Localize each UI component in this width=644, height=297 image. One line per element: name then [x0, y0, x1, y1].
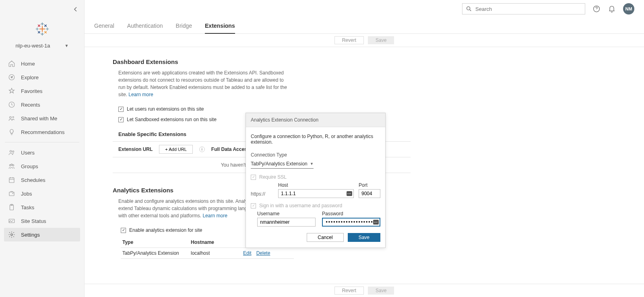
star-icon — [8, 87, 15, 95]
sidebar-item-label: Jobs — [21, 191, 32, 197]
require-ssl-label: Require SSL — [259, 174, 287, 180]
full-data-access-label: Full Data Access — [211, 146, 250, 152]
dashboard-extensions-title: Dashboard Extensions — [113, 58, 411, 65]
signin-label: Sign in with a username and password — [259, 203, 342, 208]
extension-url-label: Extension URL — [118, 146, 153, 152]
calendar-icon — [8, 176, 15, 184]
checkbox-signin — [251, 203, 256, 208]
groups-icon — [8, 163, 15, 170]
connection-type-select[interactable]: TabPy/Analytics Extension ▼ — [251, 159, 314, 169]
svg-point-32 — [11, 234, 13, 236]
checkbox-label: Let users run extensions on this site — [127, 106, 204, 112]
connection-type-label: Connection Type — [251, 152, 380, 158]
host-label: Host — [278, 182, 354, 188]
learn-more-link[interactable]: Learn more — [128, 92, 153, 97]
analytics-extension-modal: Analytics Extension Connection Configure… — [246, 113, 386, 248]
sidebar-item-label: Favorites — [21, 88, 42, 94]
tab-bridge[interactable]: Bridge — [176, 23, 192, 34]
search-input[interactable] — [475, 6, 582, 12]
modal-save-button[interactable]: Save — [348, 233, 380, 242]
collapse-sidebar-button[interactable] — [67, 3, 84, 15]
sidebar-item-explore[interactable]: Explore — [4, 70, 80, 84]
dashboard-extensions-desc: Extensions are web applications created … — [113, 69, 290, 98]
gear-icon — [8, 231, 15, 238]
site-selector[interactable]: nlp-eu-west-1a ▼ — [0, 41, 84, 57]
revert-button-footer[interactable]: Revert — [334, 287, 364, 295]
add-url-button[interactable]: + Add URL — [159, 145, 193, 154]
sidebar-item-schedules[interactable]: Schedules — [4, 173, 80, 187]
edit-link[interactable]: Edit — [243, 250, 252, 256]
sidebar-item-groups[interactable]: Groups — [4, 159, 80, 173]
sidebar-item-jobs[interactable]: Jobs — [4, 187, 80, 200]
svg-point-26 — [11, 164, 12, 165]
chevron-down-icon: ▼ — [65, 43, 69, 48]
modal-title: Analytics Extension Connection — [246, 113, 385, 127]
svg-rect-31 — [9, 219, 14, 223]
help-icon[interactable] — [592, 5, 601, 13]
port-input[interactable] — [359, 189, 380, 198]
modal-cancel-button[interactable]: Cancel — [307, 233, 343, 242]
sidebar-item-label: Site Status — [21, 218, 46, 224]
sidebar-item-label: Recommendations — [21, 129, 64, 135]
analytics-table-row: TabPy/Analytics Extension localhost Edit… — [121, 248, 294, 259]
sidebar-item-shared[interactable]: Shared with Me — [4, 111, 80, 125]
svg-rect-27 — [9, 178, 14, 183]
checkbox-let-sandboxed-run[interactable] — [118, 117, 124, 122]
sidebar-item-label: Shared with Me — [21, 116, 57, 122]
delete-link[interactable]: Delete — [256, 250, 270, 256]
learn-more-link[interactable]: Learn more — [202, 213, 227, 219]
info-icon[interactable]: i — [199, 146, 205, 152]
svg-point-23 — [12, 151, 14, 153]
sidebar-item-tasks[interactable]: Tasks — [4, 200, 80, 214]
checkbox-label: Enable analytics extension for site — [129, 227, 202, 233]
tab-extensions[interactable]: Extensions — [205, 23, 235, 34]
nav-divider — [5, 142, 79, 142]
svg-point-22 — [10, 151, 12, 153]
tab-general[interactable]: General — [94, 23, 114, 34]
checkbox-let-users-run[interactable] — [118, 107, 124, 112]
avatar[interactable]: NM — [623, 3, 634, 14]
checkbox-label: Let Sandboxed extensions run on this sit… — [127, 117, 217, 122]
jobs-icon — [8, 190, 15, 197]
svg-point-33 — [467, 7, 470, 10]
clock-icon — [8, 101, 15, 108]
keyboard-icon — [347, 191, 352, 196]
home-icon — [8, 60, 15, 67]
sidebar-item-label: Users — [21, 150, 35, 156]
save-button-footer[interactable]: Save — [368, 287, 394, 295]
host-input[interactable] — [278, 189, 354, 198]
password-input[interactable] — [322, 218, 380, 227]
lightbulb-icon — [8, 128, 15, 136]
svg-point-24 — [9, 165, 11, 166]
bell-icon[interactable] — [608, 5, 616, 13]
checkbox-enable-analytics[interactable] — [121, 228, 126, 233]
username-input[interactable] — [257, 218, 316, 227]
svg-point-20 — [10, 117, 12, 119]
tableau-logo — [0, 15, 84, 41]
tab-authentication[interactable]: Authentication — [127, 23, 163, 34]
sidebar-item-recents[interactable]: Recents — [4, 98, 80, 111]
sidebar-item-home[interactable]: Home — [4, 57, 80, 70]
svg-point-21 — [12, 117, 14, 118]
sidebar-item-label: Settings — [21, 232, 40, 238]
sidebar-item-label: Groups — [21, 163, 38, 169]
https-label: https:// — [251, 191, 273, 198]
sidebar-item-site-status[interactable]: Site Status — [4, 214, 80, 228]
sidebar-item-label: Recents — [21, 102, 40, 108]
save-button[interactable]: Save — [368, 36, 394, 44]
site-name: nlp-eu-west-1a — [16, 43, 50, 49]
checkbox-require-ssl — [251, 175, 256, 180]
sidebar-item-favorites[interactable]: Favorites — [4, 84, 80, 98]
sidebar-item-users[interactable]: Users — [4, 146, 80, 159]
sidebar-item-settings[interactable]: Settings — [4, 228, 80, 241]
username-label: Username — [257, 211, 316, 217]
sidebar-item-label: Home — [21, 61, 35, 67]
keyboard-icon — [373, 220, 379, 225]
revert-button[interactable]: Revert — [334, 36, 364, 44]
search-box[interactable] — [462, 3, 585, 14]
sidebar-item-label: Explore — [21, 74, 39, 80]
chevron-down-icon: ▼ — [310, 162, 314, 166]
modal-desc: Configure a connection to Python, R, or … — [251, 134, 380, 145]
sidebar-item-recommendations[interactable]: Recommendations — [4, 125, 80, 139]
users-icon — [8, 149, 15, 156]
